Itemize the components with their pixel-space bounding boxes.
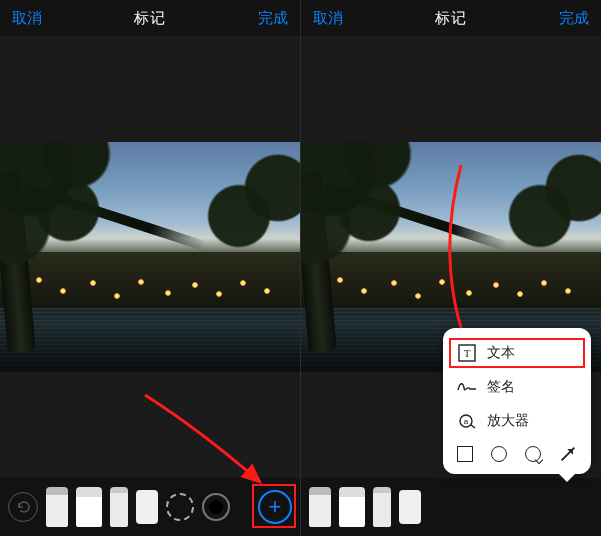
popover-item-text[interactable]: T 文本	[443, 336, 591, 370]
pen-tool[interactable]	[46, 487, 68, 527]
shape-arrow[interactable]	[561, 447, 575, 461]
text-icon: T	[457, 343, 477, 363]
edited-photo	[0, 142, 300, 372]
add-popover: T 文本 签名 a 放大器	[443, 328, 591, 474]
popover-item-label: 放大器	[487, 412, 529, 430]
shape-speech-bubble[interactable]	[525, 446, 541, 462]
shape-circle[interactable]	[491, 446, 507, 462]
color-picker[interactable]	[202, 493, 230, 521]
marker-tool[interactable]	[339, 487, 365, 527]
pencil-tool[interactable]	[110, 487, 128, 527]
header-bar: 取消 标记 完成	[301, 0, 601, 36]
popover-shape-row	[443, 438, 591, 468]
signature-icon	[457, 377, 477, 397]
undo-button[interactable]	[8, 492, 38, 522]
done-button[interactable]: 完成	[258, 9, 288, 28]
markup-toolbar: +	[0, 478, 300, 536]
photo-canvas[interactable]	[0, 36, 300, 478]
right-screenshot: 取消 标记 完成	[300, 0, 601, 536]
header-bar: 取消 标记 完成	[0, 0, 300, 36]
pencil-tool[interactable]	[373, 487, 391, 527]
screen-title: 标记	[435, 9, 467, 28]
marker-tool[interactable]	[76, 487, 102, 527]
screen-title: 标记	[134, 9, 166, 28]
shape-square[interactable]	[457, 446, 473, 462]
magnifier-icon: a	[457, 411, 477, 431]
popover-item-label: 签名	[487, 378, 515, 396]
markup-toolbar	[301, 478, 601, 536]
eraser-tool[interactable]	[399, 490, 421, 524]
done-button[interactable]: 完成	[559, 9, 589, 28]
add-button[interactable]: +	[258, 490, 292, 524]
pen-tool[interactable]	[309, 487, 331, 527]
cancel-button[interactable]: 取消	[313, 9, 343, 28]
popover-item-signature[interactable]: 签名	[443, 370, 591, 404]
popover-item-magnifier[interactable]: a 放大器	[443, 404, 591, 438]
svg-text:T: T	[464, 347, 471, 359]
lasso-tool[interactable]	[166, 493, 194, 521]
left-screenshot: 取消 标记 完成	[0, 0, 300, 536]
popover-item-label: 文本	[487, 344, 515, 362]
eraser-tool[interactable]	[136, 490, 158, 524]
cancel-button[interactable]: 取消	[12, 9, 42, 28]
svg-text:a: a	[464, 417, 469, 426]
